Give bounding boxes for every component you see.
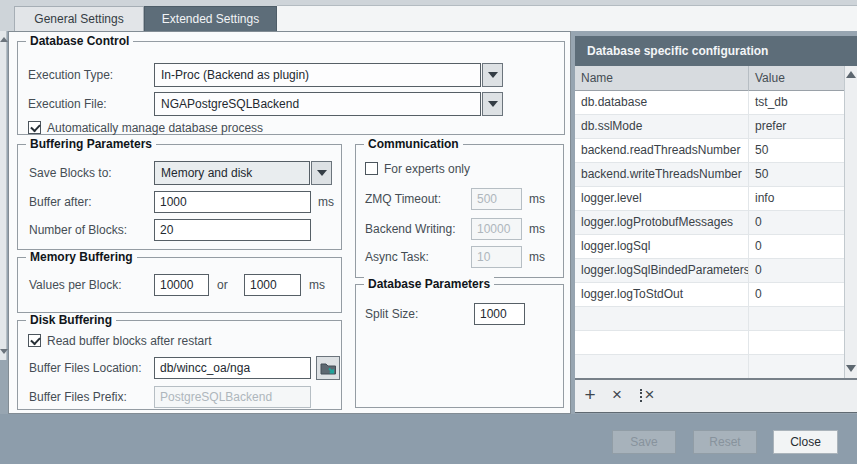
config-name-cell: db.database (575, 91, 748, 115)
table-scrollbar[interactable] (844, 66, 857, 378)
split-size-label: Split Size: (365, 307, 418, 322)
table-row[interactable]: logger.logSqlBindedParameters0 (575, 259, 844, 283)
delete-all-rows-button[interactable]: × (633, 380, 661, 412)
buffer-after-input[interactable] (154, 191, 311, 213)
config-name-cell: logger.logSqlBindedParameters (575, 259, 748, 283)
group-title: Database Parameters (364, 277, 494, 292)
database-config-header: Database specific configuration (575, 36, 857, 66)
zmq-timeout-label: ZMQ Timeout: (365, 192, 441, 207)
config-table: Name Value db.databasetst_dbdb.sslModepr… (575, 66, 857, 378)
config-name-cell: backend.readThreadsNumber (575, 139, 748, 163)
group-database-control: Database Control Execution Type: In-Proc… (17, 41, 565, 135)
delete-all-x-icon: × (645, 385, 655, 404)
unit-label: ms (529, 192, 545, 207)
chevron-down-icon (488, 72, 498, 78)
config-name-cell: db.sslMode (575, 115, 748, 139)
config-value-cell: tst_db (748, 91, 844, 115)
scroll-up-icon[interactable] (845, 68, 857, 82)
scroll-down-icon[interactable] (0, 347, 7, 356)
number-of-blocks-input[interactable] (154, 219, 311, 241)
config-value-cell (748, 355, 844, 378)
execution-type-label: Execution Type: (28, 68, 113, 83)
table-row-empty[interactable] (575, 331, 844, 355)
config-table-rows: db.databasetst_dbdb.sslModepreferbackend… (575, 91, 844, 378)
column-header-value[interactable]: Value (748, 66, 844, 91)
column-header-name[interactable]: Name (575, 66, 748, 91)
unit-label: ms (529, 222, 545, 237)
buffer-files-location-label: Buffer Files Location: (29, 361, 142, 376)
config-value-cell: 50 (748, 163, 844, 187)
tab-extended-settings[interactable]: Extended Settings (144, 6, 277, 31)
table-row[interactable]: logger.logProtobufMessages0 (575, 211, 844, 235)
config-name-cell (575, 307, 748, 331)
close-button[interactable]: Close (773, 430, 838, 454)
unit-label: ms (529, 250, 545, 265)
table-row[interactable]: backend.writeThreadsNumber50 (575, 163, 844, 187)
scroll-down-icon[interactable] (845, 362, 857, 376)
config-value-cell (748, 307, 844, 331)
backend-writing-input (471, 218, 522, 240)
group-title: Database Control (26, 34, 133, 49)
delete-row-button[interactable]: × (606, 380, 628, 412)
table-row[interactable]: backend.readThreadsNumber50 (575, 139, 844, 163)
config-value-cell: 50 (748, 139, 844, 163)
database-config-panel: Database specific configuration Name Val… (575, 36, 857, 413)
browse-folder-button[interactable] (316, 356, 340, 380)
table-row-empty[interactable] (575, 307, 844, 331)
group-database-parameters: Database Parameters Split Size: (355, 284, 564, 408)
table-row[interactable]: logger.levelinfo (575, 187, 844, 211)
table-row[interactable]: db.databasetst_db (575, 91, 844, 115)
tab-general-settings[interactable]: General Settings (14, 6, 144, 31)
zmq-timeout-input (471, 188, 522, 210)
table-row[interactable]: logger.logToStdOut0 (575, 283, 844, 307)
auto-manage-checkbox[interactable] (28, 121, 41, 134)
memory-interval-input[interactable] (244, 274, 301, 296)
config-value-cell (748, 331, 844, 355)
group-title: Communication (364, 137, 463, 152)
read-buffer-checkbox[interactable] (28, 334, 41, 347)
save-blocks-dropdown-button[interactable] (311, 161, 332, 185)
save-button: Save (612, 430, 676, 454)
async-task-label: Async Task: (365, 250, 429, 265)
add-row-button[interactable]: + (579, 380, 601, 412)
config-table-header: Name Value (575, 66, 844, 91)
group-title: Memory Buffering (26, 250, 137, 265)
buffer-files-location-input[interactable] (154, 357, 311, 379)
general-settings-panel: Database Control Execution Type: In-Proc… (8, 31, 571, 414)
values-per-block-input[interactable] (154, 274, 209, 296)
group-communication: Communication For experts only ZMQ Timeo… (355, 144, 564, 278)
experts-only-label: For experts only (384, 162, 470, 177)
values-per-block-label: Values per Block: (29, 278, 122, 293)
tab-bar-filler (277, 5, 857, 31)
execution-file-label: Execution File: (28, 97, 107, 112)
save-blocks-combobox[interactable]: Memory and disk (154, 161, 310, 185)
group-memory-buffering: Memory Buffering Values per Block: or ms (17, 257, 342, 313)
config-table-toolbar: + × × (575, 378, 857, 413)
settings-dialog: General Settings Extended Settings Datab… (0, 0, 857, 464)
split-size-input[interactable] (474, 303, 525, 325)
config-name-cell: logger.logSql (575, 235, 748, 259)
table-row[interactable]: db.sslModeprefer (575, 115, 844, 139)
config-name-cell: backend.writeThreadsNumber (575, 163, 748, 187)
group-buffering-parameters: Buffering Parameters Save Blocks to: Mem… (17, 144, 342, 250)
group-title: Buffering Parameters (26, 137, 156, 152)
buffer-files-prefix-label: Buffer Files Prefix: (29, 390, 127, 405)
unit-label: ms (318, 195, 334, 210)
footer-bar: Save Reset Close (0, 414, 857, 464)
config-name-cell: logger.logToStdOut (575, 283, 748, 307)
group-disk-buffering: Disk Buffering Read buffer blocks after … (17, 320, 342, 410)
table-row-empty[interactable] (575, 355, 844, 378)
config-value-cell: info (748, 187, 844, 211)
execution-type-dropdown-button[interactable] (482, 63, 503, 87)
execution-type-combobox[interactable]: In-Proc (Backend as plugin) (154, 63, 481, 87)
experts-only-checkbox[interactable] (365, 162, 378, 175)
execution-file-combobox[interactable]: NGAPostgreSQLBackend (154, 92, 481, 116)
unit-label: ms (309, 278, 325, 293)
scroll-up-icon[interactable] (0, 35, 7, 44)
table-row[interactable]: logger.logSql0 (575, 235, 844, 259)
save-blocks-label: Save Blocks to: (29, 166, 112, 181)
tab-bar: General Settings Extended Settings (0, 0, 857, 31)
left-scrollbar[interactable] (0, 31, 7, 360)
execution-file-dropdown-button[interactable] (482, 92, 503, 116)
or-label: or (217, 278, 228, 293)
